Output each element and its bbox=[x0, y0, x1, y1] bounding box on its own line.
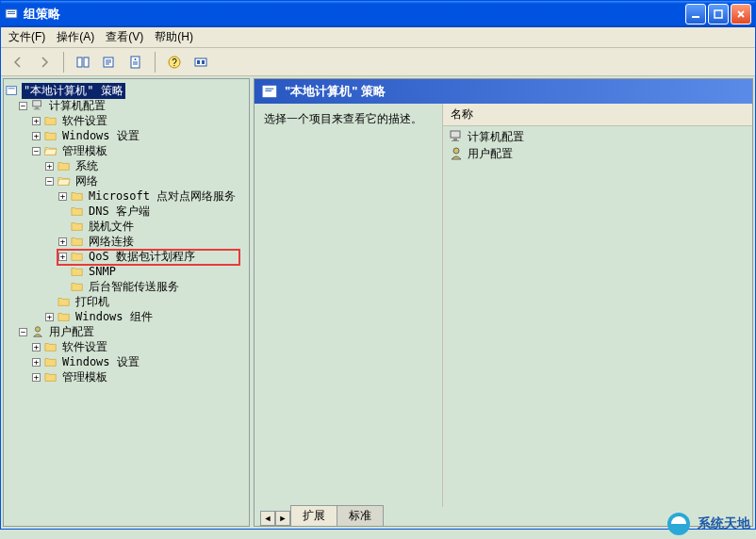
toolbar-btn-2[interactable] bbox=[98, 51, 121, 74]
svg-rect-15 bbox=[7, 87, 17, 95]
detail-header-title: "本地计算机" 策略 bbox=[285, 83, 386, 100]
svg-rect-3 bbox=[692, 16, 699, 18]
menu-help[interactable]: 帮助(H) bbox=[155, 29, 193, 45]
toolbar-separator-2 bbox=[155, 52, 156, 73]
tree-bits[interactable]: 后台智能传送服务 bbox=[6, 279, 247, 294]
help-button[interactable]: ? bbox=[163, 51, 186, 74]
tree-windows-comp[interactable]: + Windows 组件 bbox=[6, 309, 247, 324]
tree-windows-settings[interactable]: + Windows 设置 bbox=[6, 128, 247, 143]
tree-label: 后台智能传送服务 bbox=[87, 279, 181, 295]
tree-system[interactable]: + 系统 bbox=[6, 158, 247, 173]
tree-printers[interactable]: 打印机 bbox=[6, 294, 247, 309]
app-icon bbox=[5, 7, 20, 22]
tree-u-admin[interactable]: + 管理模板 bbox=[6, 369, 247, 384]
tree-pane[interactable]: "本地计算机" 策略 − 计算机配置 + 软件设置 + bbox=[3, 78, 250, 527]
expander-icon[interactable]: + bbox=[58, 237, 67, 246]
expander-icon[interactable]: + bbox=[32, 343, 41, 351]
folder-open-icon bbox=[58, 174, 71, 188]
list-item-label: 用户配置 bbox=[468, 146, 513, 162]
tab-scroll-left[interactable]: ◄ bbox=[260, 511, 275, 526]
expander-icon[interactable]: + bbox=[45, 313, 54, 321]
maximize-button[interactable] bbox=[708, 4, 729, 24]
expander-icon[interactable]: + bbox=[32, 132, 41, 140]
svg-point-20 bbox=[35, 327, 40, 332]
tree-dns-client[interactable]: DNS 客户端 bbox=[6, 204, 247, 219]
svg-rect-1 bbox=[8, 11, 15, 12]
forward-button bbox=[33, 51, 56, 74]
tree-qos[interactable]: + QoS 数据包计划程序 bbox=[6, 249, 247, 264]
svg-rect-22 bbox=[265, 89, 273, 90]
expander-icon[interactable]: − bbox=[32, 147, 41, 155]
toolbar-btn-1[interactable] bbox=[72, 51, 94, 74]
expander-icon[interactable]: + bbox=[32, 358, 41, 367]
toolbar-btn-5[interactable] bbox=[189, 51, 212, 74]
tree-label: 计算机配置 bbox=[47, 98, 107, 114]
tree-offline-files[interactable]: 脱机文件 bbox=[6, 219, 247, 234]
computer-icon bbox=[31, 99, 44, 112]
tree-software-settings[interactable]: + 软件设置 bbox=[6, 113, 247, 128]
tree-label: 管理模板 bbox=[60, 369, 109, 385]
tab-extended[interactable]: 扩展 bbox=[290, 505, 337, 526]
list-item-computer[interactable]: 计算机配置 bbox=[447, 128, 748, 145]
menu-view[interactable]: 查看(V) bbox=[106, 29, 143, 45]
svg-rect-5 bbox=[77, 57, 82, 67]
back-button bbox=[7, 51, 29, 74]
toolbar: ? bbox=[1, 48, 755, 76]
folder-icon bbox=[71, 220, 84, 233]
folder-icon bbox=[58, 159, 71, 172]
tree-label: DNS 客户端 bbox=[87, 204, 152, 220]
tree-network-conn[interactable]: + 网络连接 bbox=[6, 234, 247, 249]
expander-icon[interactable]: + bbox=[58, 192, 67, 201]
tree-computer-config[interactable]: − 计算机配置 bbox=[6, 98, 247, 113]
expander-icon[interactable]: − bbox=[45, 177, 54, 186]
tree-u-software[interactable]: + 软件设置 bbox=[6, 339, 247, 354]
folder-icon bbox=[71, 189, 84, 203]
tree-label: Microsoft 点对点网络服务 bbox=[87, 188, 238, 204]
watermark: 系统天地 bbox=[666, 511, 750, 537]
svg-rect-6 bbox=[84, 57, 89, 67]
svg-rect-26 bbox=[452, 140, 459, 141]
detail-header: "本地计算机" 策略 bbox=[255, 79, 752, 104]
tree-root-label: "本地计算机" 策略 bbox=[22, 83, 125, 99]
tree-network[interactable]: − 网络 bbox=[6, 173, 247, 188]
user-icon bbox=[31, 325, 44, 338]
tab-standard[interactable]: 标准 bbox=[337, 505, 384, 526]
user-icon bbox=[449, 146, 464, 161]
description-column: 选择一个项目来查看它的描述。 bbox=[255, 104, 443, 507]
detail-body: 选择一个项目来查看它的描述。 名称 计算机配置 用户配置 bbox=[255, 104, 752, 507]
content-area: "本地计算机" 策略 − 计算机配置 + 软件设置 + bbox=[1, 76, 755, 529]
folder-icon bbox=[71, 204, 84, 218]
expander-icon[interactable]: − bbox=[19, 328, 27, 336]
menu-action[interactable]: 操作(A) bbox=[57, 29, 94, 45]
expander-icon[interactable]: + bbox=[32, 373, 41, 382]
tree-label: Windows 设置 bbox=[60, 128, 141, 144]
svg-rect-2 bbox=[8, 13, 15, 14]
svg-rect-12 bbox=[195, 58, 206, 66]
menu-file[interactable]: 文件(F) bbox=[8, 29, 45, 45]
properties-button[interactable] bbox=[124, 51, 147, 74]
svg-point-27 bbox=[453, 148, 459, 154]
svg-rect-18 bbox=[35, 107, 39, 109]
column-header-name[interactable]: 名称 bbox=[443, 104, 752, 126]
list-item-user[interactable]: 用户配置 bbox=[447, 145, 748, 162]
folder-icon bbox=[44, 370, 58, 384]
close-button[interactable] bbox=[731, 4, 751, 24]
tree-label: 管理模板 bbox=[60, 143, 109, 159]
tree-u-windows[interactable]: + Windows 设置 bbox=[6, 354, 247, 369]
expander-icon[interactable]: + bbox=[45, 162, 54, 171]
expander-icon[interactable]: + bbox=[32, 117, 41, 125]
tree-label: 软件设置 bbox=[60, 113, 109, 129]
minimize-button[interactable] bbox=[685, 4, 706, 24]
tree-snmp[interactable]: SNMP bbox=[6, 264, 247, 279]
tab-scroll-right[interactable]: ► bbox=[275, 511, 290, 526]
tree-admin-templates[interactable]: − 管理模板 bbox=[6, 143, 247, 158]
svg-rect-4 bbox=[715, 10, 722, 18]
titlebar: 组策略 bbox=[1, 1, 755, 27]
svg-text:?: ? bbox=[172, 57, 177, 68]
svg-rect-16 bbox=[8, 88, 15, 89]
expander-icon[interactable]: − bbox=[19, 102, 27, 110]
tree-user-config[interactable]: − 用户配置 bbox=[6, 324, 247, 339]
tree-root[interactable]: "本地计算机" 策略 bbox=[6, 83, 247, 98]
expander-icon[interactable]: + bbox=[58, 253, 67, 261]
tree-ms-p2p[interactable]: + Microsoft 点对点网络服务 bbox=[6, 188, 247, 204]
